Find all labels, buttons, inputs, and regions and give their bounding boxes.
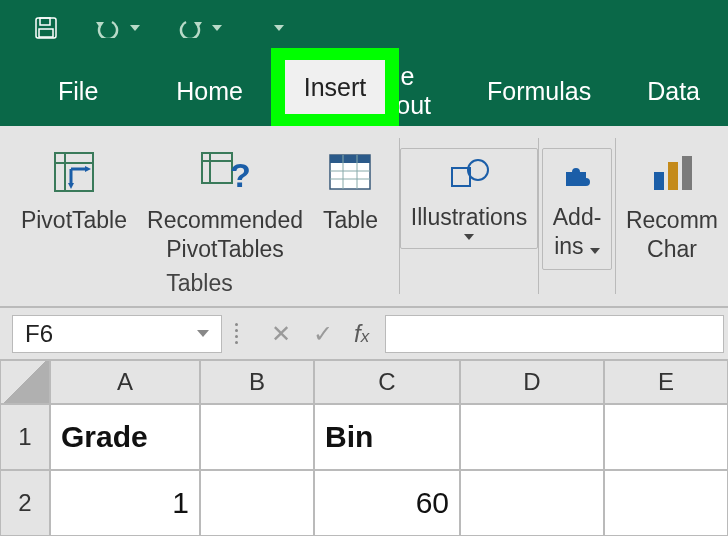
svg-rect-2 <box>39 29 53 37</box>
puzzle-icon <box>560 153 594 197</box>
ribbon-tabs: File Home Insert Page Layout Formulas Da… <box>0 56 728 126</box>
cell[interactable] <box>604 404 728 470</box>
group-tables: PivotTable ? RecommendedPivotTables Tabl… <box>0 126 399 306</box>
save-icon[interactable] <box>34 16 58 40</box>
table-label: Table <box>323 206 378 235</box>
ribbon: PivotTable ? RecommendedPivotTables Tabl… <box>0 126 728 308</box>
drag-handle-icon[interactable] <box>230 323 242 344</box>
pivot-table-button[interactable]: PivotTable <box>11 140 137 264</box>
svg-rect-1 <box>40 18 50 25</box>
column-headers: ABCDE <box>0 360 728 404</box>
svg-rect-6 <box>202 153 232 183</box>
group-addins: Add-ins <box>539 126 615 306</box>
column-header[interactable]: C <box>314 360 460 404</box>
shapes-icon <box>448 153 490 197</box>
tab-insert-label: Insert <box>285 60 385 114</box>
recommended-charts-button[interactable]: RecommChar <box>616 140 728 264</box>
cell[interactable] <box>460 470 604 536</box>
chevron-down-icon[interactable] <box>197 330 209 337</box>
group-illustrations: Illustrations <box>400 126 538 306</box>
select-all-corner[interactable] <box>0 360 50 404</box>
cell[interactable]: 60 <box>314 470 460 536</box>
table-row: 2160 <box>0 470 728 536</box>
cell[interactable]: Grade <box>50 404 200 470</box>
addins-label: Add-ins <box>553 203 602 261</box>
svg-rect-20 <box>682 156 692 190</box>
cell[interactable] <box>200 404 314 470</box>
cell[interactable] <box>460 404 604 470</box>
cell[interactable]: Bin <box>314 404 460 470</box>
recommended-pivot-tables-button[interactable]: ? RecommendedPivotTables <box>137 140 313 264</box>
formula-bar: F6 ✕ ✓ fx <box>0 308 728 360</box>
group-charts: RecommChar <box>616 126 728 306</box>
column-header[interactable]: B <box>200 360 314 404</box>
chevron-down-icon <box>464 234 474 240</box>
recommended-pivot-tables-label: RecommendedPivotTables <box>147 206 303 264</box>
cancel-button[interactable]: ✕ <box>260 315 302 353</box>
redo-button[interactable] <box>176 18 222 38</box>
undo-dropdown-icon[interactable] <box>130 25 140 31</box>
tab-file[interactable]: File <box>30 56 148 126</box>
worksheet-grid[interactable]: ABCDE 1GradeBin2160 <box>0 360 728 536</box>
table-icon <box>327 144 373 200</box>
illustrations-label: Illustrations <box>411 203 527 232</box>
row-header[interactable]: 2 <box>0 470 50 536</box>
group-tables-title: Tables <box>166 270 232 297</box>
bar-chart-icon <box>650 144 694 200</box>
name-box[interactable]: F6 <box>12 315 222 353</box>
cell[interactable] <box>604 470 728 536</box>
svg-rect-11 <box>330 155 370 163</box>
pivot-table-label: PivotTable <box>21 206 127 235</box>
cell[interactable]: 1 <box>50 470 200 536</box>
tab-data[interactable]: Data <box>619 56 728 126</box>
undo-button[interactable] <box>94 18 140 38</box>
illustrations-button[interactable]: Illustrations <box>400 148 538 249</box>
row-header[interactable]: 1 <box>0 404 50 470</box>
cell[interactable] <box>200 470 314 536</box>
svg-rect-3 <box>55 153 93 191</box>
svg-rect-19 <box>668 162 678 190</box>
table-button[interactable]: Table <box>313 140 388 264</box>
qat-customize-icon[interactable] <box>274 25 284 31</box>
recommended-pivot-tables-icon: ? <box>200 144 250 200</box>
svg-rect-18 <box>654 172 664 190</box>
tab-home[interactable]: Home <box>148 56 271 126</box>
column-header[interactable]: A <box>50 360 200 404</box>
tab-formulas[interactable]: Formulas <box>459 56 619 126</box>
enter-button[interactable]: ✓ <box>302 315 344 353</box>
redo-dropdown-icon[interactable] <box>212 25 222 31</box>
pivot-table-icon <box>51 144 97 200</box>
fx-icon[interactable]: fx <box>354 320 369 348</box>
formula-input[interactable] <box>385 315 724 353</box>
svg-text:?: ? <box>230 156 250 194</box>
column-header[interactable]: E <box>604 360 728 404</box>
name-box-value: F6 <box>25 320 53 348</box>
addins-button[interactable]: Add-ins <box>542 148 613 270</box>
column-header[interactable]: D <box>460 360 604 404</box>
chevron-down-icon <box>590 248 600 254</box>
recommended-charts-label: RecommChar <box>626 206 718 264</box>
table-row: 1GradeBin <box>0 404 728 470</box>
tab-insert[interactable]: Insert <box>271 56 328 126</box>
